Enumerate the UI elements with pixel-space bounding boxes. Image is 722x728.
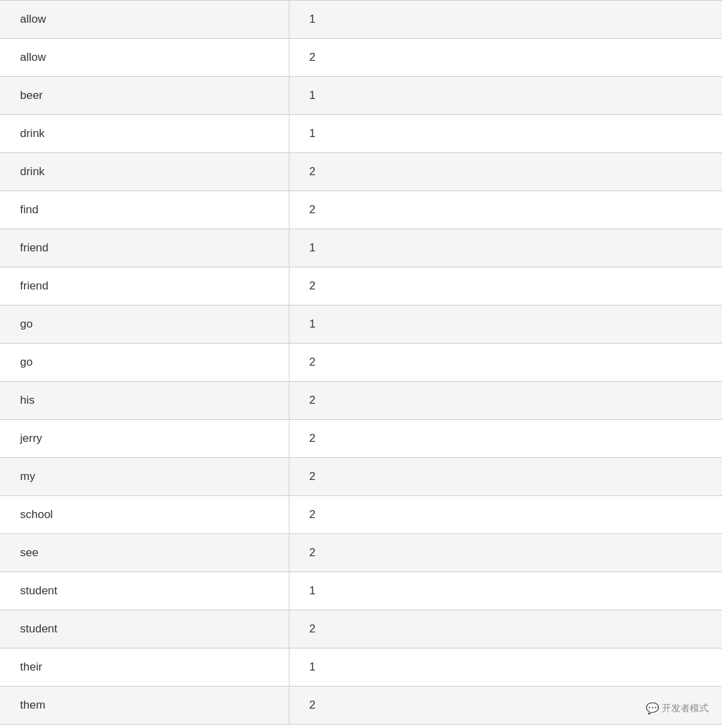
- count-cell: 2: [289, 534, 722, 572]
- word-cell: go: [0, 306, 289, 344]
- data-table: allow1allow2beer1drink1drink2find2friend…: [0, 0, 722, 725]
- count-cell: 1: [289, 572, 722, 610]
- word-cell: them: [0, 687, 289, 725]
- table-row: friend1: [0, 229, 722, 267]
- table-row: allow1: [0, 1, 722, 39]
- count-cell: 2: [289, 420, 722, 458]
- word-cell: student: [0, 572, 289, 610]
- table-container: allow1allow2beer1drink1drink2find2friend…: [0, 0, 722, 725]
- count-cell: 2: [289, 496, 722, 534]
- table-row: drink1: [0, 115, 722, 153]
- word-cell: friend: [0, 267, 289, 306]
- table-row: his2: [0, 382, 722, 420]
- count-cell: 2: [289, 153, 722, 191]
- watermark: 💬 开发者模式: [646, 702, 709, 715]
- word-cell: school: [0, 496, 289, 534]
- word-cell: allow: [0, 39, 289, 77]
- word-cell: go: [0, 344, 289, 382]
- word-cell: their: [0, 648, 289, 687]
- table-row: school2: [0, 496, 722, 534]
- table-row: student1: [0, 572, 722, 610]
- count-cell: 2: [289, 267, 722, 306]
- table-row: student2: [0, 610, 722, 648]
- watermark-text: 开发者模式: [662, 703, 709, 715]
- word-cell: beer: [0, 77, 289, 115]
- count-cell: 1: [289, 229, 722, 267]
- count-cell: 2: [289, 382, 722, 420]
- table-row: go2: [0, 344, 722, 382]
- table-row: my2: [0, 458, 722, 496]
- table-row: find2: [0, 191, 722, 229]
- word-cell: drink: [0, 115, 289, 153]
- word-cell: friend: [0, 229, 289, 267]
- word-cell: find: [0, 191, 289, 229]
- count-cell: 1: [289, 1, 722, 39]
- count-cell: 2: [289, 191, 722, 229]
- table-row: friend2: [0, 267, 722, 306]
- word-cell: jerry: [0, 420, 289, 458]
- table-row: beer1: [0, 77, 722, 115]
- word-cell: allow: [0, 1, 289, 39]
- count-cell: 1: [289, 648, 722, 687]
- table-row: their1: [0, 648, 722, 687]
- table-row: allow2: [0, 39, 722, 77]
- table-row: drink2: [0, 153, 722, 191]
- count-cell: 1: [289, 115, 722, 153]
- table-row: them2: [0, 687, 722, 725]
- word-cell: see: [0, 534, 289, 572]
- count-cell: 2: [289, 458, 722, 496]
- word-cell: my: [0, 458, 289, 496]
- count-cell: 2: [289, 610, 722, 648]
- watermark-icon: 💬: [646, 702, 659, 715]
- count-cell: 2: [289, 344, 722, 382]
- count-cell: 1: [289, 77, 722, 115]
- word-cell: student: [0, 610, 289, 648]
- word-cell: drink: [0, 153, 289, 191]
- table-row: jerry2: [0, 420, 722, 458]
- table-row: see2: [0, 534, 722, 572]
- count-cell: 1: [289, 306, 722, 344]
- table-row: go1: [0, 306, 722, 344]
- count-cell: 2: [289, 39, 722, 77]
- word-cell: his: [0, 382, 289, 420]
